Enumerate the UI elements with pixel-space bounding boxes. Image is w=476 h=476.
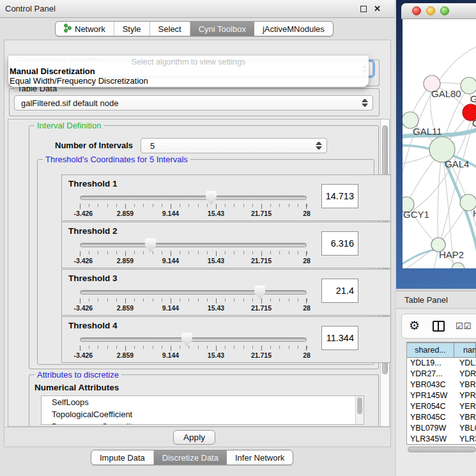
- table-cell[interactable]: YLR345W: [407, 434, 454, 445]
- tick-label: 2.859: [117, 351, 134, 359]
- settings-scrollpane: Interval Definition Number of Intervals …: [8, 119, 390, 427]
- menu-item-equal-width-frequency[interactable]: Equal Width/Frequency Discretization: [10, 76, 148, 86]
- num-intervals-value: 5: [150, 141, 155, 151]
- slider-track[interactable]: [80, 243, 307, 247]
- threshold-1-value-field[interactable]: 14.713: [321, 184, 358, 208]
- threshold-2-value-field[interactable]: 6.316: [321, 231, 358, 256]
- slider-thumb[interactable]: [254, 286, 265, 300]
- zoom-traffic-light-icon[interactable]: [440, 6, 449, 15]
- list-scrollbar[interactable]: [355, 396, 364, 424]
- tab-cyni-toolbox[interactable]: Cyni Toolbox: [190, 22, 254, 36]
- table-cell[interactable]: YER054C: [407, 401, 454, 412]
- column-header-name[interactable]: name: [454, 342, 476, 358]
- tick-label: -3.426: [73, 257, 93, 265]
- list-item[interactable]: SelfLoops: [42, 396, 364, 408]
- interval-definition-group: Interval Definition Number of Intervals …: [29, 125, 379, 369]
- float-window-icon[interactable]: [360, 6, 367, 12]
- apply-button[interactable]: Apply: [173, 430, 215, 445]
- num-intervals-label: Number of Intervals: [55, 141, 133, 150]
- table-cell[interactable]: YBL079W: [454, 423, 476, 434]
- scrollbar-thumb[interactable]: [408, 447, 476, 452]
- table-cell[interactable]: YBR043C: [407, 380, 454, 390]
- threshold-2-slider: -3.4262.8599.14415.4321.71528: [80, 243, 307, 266]
- columns-icon[interactable]: [433, 321, 445, 332]
- horizontal-scrollbar[interactable]: [408, 447, 476, 454]
- slider-track[interactable]: [80, 337, 307, 342]
- tab-select[interactable]: Select: [150, 22, 190, 36]
- threshold-3-value-field[interactable]: 21.4: [321, 279, 358, 303]
- list-item[interactable]: BetweennessCentrality: [42, 420, 364, 425]
- panel-title: Control Panel: [5, 4, 56, 13]
- table-row[interactable]: YDR27...YDR27...: [407, 369, 476, 380]
- tab-infer-network[interactable]: Infer Network: [227, 450, 293, 464]
- slider-track[interactable]: [80, 196, 307, 200]
- node-label: GCY1: [403, 209, 429, 220]
- tick-label: 2.859: [117, 257, 134, 265]
- threshold-2-box: Threshold 2 -3.4262.8599.14415.4321.7152…: [61, 222, 391, 268]
- list-item[interactable]: TopologicalCoefficient: [42, 408, 364, 420]
- table-row[interactable]: YBL079WYBL079W: [407, 423, 476, 434]
- table-cell[interactable]: YBR043C: [454, 380, 476, 390]
- threshold-4-value-field[interactable]: 11.344: [321, 326, 358, 350]
- network-canvas[interactable]: GAL80GAGAL11CGAL4GCY1HHAP2: [403, 19, 476, 268]
- table-cell[interactable]: YDL19...: [454, 358, 476, 369]
- table-cell[interactable]: YBR045C: [454, 412, 476, 423]
- node[interactable]: [461, 77, 476, 94]
- network-view-window[interactable]: GAL80GAGAL11CGAL4GCY1HHAP2: [396, 0, 476, 289]
- minimize-traffic-light-icon[interactable]: [426, 6, 435, 15]
- tab-discretize-data[interactable]: Discretize Data: [154, 450, 227, 464]
- tab-network[interactable]: Network: [56, 22, 114, 36]
- table-cell[interactable]: YDR27...: [407, 369, 454, 380]
- tick-label: 28: [303, 351, 311, 359]
- node-table[interactable]: shared... name YDL19...YDL19...YDR27...Y…: [406, 342, 476, 445]
- table-cell[interactable]: YBL079W: [407, 423, 454, 434]
- slider-major-ticks: [80, 251, 307, 256]
- table-cell[interactable]: YER054C: [454, 401, 476, 412]
- slider-thumb[interactable]: [181, 333, 192, 347]
- table-cell[interactable]: YLR345W: [454, 434, 476, 445]
- numerical-attributes-list[interactable]: SelfLoopsTopologicalCoefficientBetweenne…: [41, 395, 364, 425]
- tab-style[interactable]: Style: [114, 22, 150, 36]
- table-row[interactable]: YDL19...YDL19...: [407, 358, 476, 369]
- slider-thumb[interactable]: [206, 191, 217, 205]
- table-row[interactable]: YPR145WYPR145W: [407, 390, 476, 401]
- table-row[interactable]: YBR043CYBR043C: [407, 380, 476, 390]
- numerical-attributes-label: Numerical Attributes: [35, 383, 119, 392]
- tick-label: 21.715: [251, 351, 272, 359]
- checkbox-icons[interactable]: ☑☑: [456, 321, 472, 331]
- menu-item-manual-discretization[interactable]: Manual Discretization: [10, 66, 95, 76]
- table-panel-titlebar: Table Panel: [396, 291, 476, 309]
- scrollbar-thumb[interactable]: [357, 397, 362, 414]
- gear-icon[interactable]: ⚙: [409, 319, 420, 332]
- tab-impute-data[interactable]: Impute Data: [91, 450, 154, 464]
- tick-label: 15.43: [208, 304, 224, 312]
- table-cell[interactable]: YDR27...: [454, 369, 476, 380]
- threshold-2-label: Threshold 2: [68, 226, 118, 236]
- table-cell[interactable]: YPR145W: [454, 390, 476, 401]
- num-intervals-combobox[interactable]: 5: [141, 138, 327, 153]
- close-traffic-light-icon[interactable]: [412, 6, 421, 15]
- column-header-shared-name[interactable]: shared...: [407, 342, 454, 358]
- tab-jactivemnodules[interactable]: jActiveMNodules: [254, 22, 333, 36]
- slider-major-ticks: [80, 204, 307, 209]
- threshold-3-box: Threshold 3 -3.4262.8599.14415.4321.7152…: [61, 269, 391, 316]
- table-row[interactable]: YLR345WYLR345W: [407, 434, 476, 445]
- table-cell[interactable]: YPR145W: [407, 390, 454, 401]
- tick-label: 2.859: [117, 210, 134, 217]
- table-cell[interactable]: YDL19...: [407, 358, 454, 369]
- algorithm-dropdown-popup: Select algorithm to view settings Manual…: [8, 56, 369, 87]
- threshold-1-label: Threshold 1: [68, 179, 118, 188]
- threshold-1-slider: -3.4262.8599.14415.4321.71528: [80, 196, 307, 219]
- tick-label: 9.144: [162, 210, 179, 217]
- tick-label: 9.144: [162, 351, 179, 359]
- node-label: GA: [470, 93, 476, 104]
- close-icon[interactable]: ✕: [374, 4, 381, 13]
- table-row[interactable]: YER054CYER054C: [407, 401, 476, 412]
- tick-label: 9.144: [162, 257, 179, 265]
- slider-thumb[interactable]: [145, 238, 156, 252]
- table-cell[interactable]: YBR045C: [407, 412, 454, 423]
- slider-track[interactable]: [80, 290, 307, 295]
- table-data-combobox[interactable]: galFiltered.sif default node: [14, 95, 373, 111]
- table-row[interactable]: YBR045CYBR045C: [407, 412, 476, 423]
- tick-label: 9.144: [162, 304, 179, 312]
